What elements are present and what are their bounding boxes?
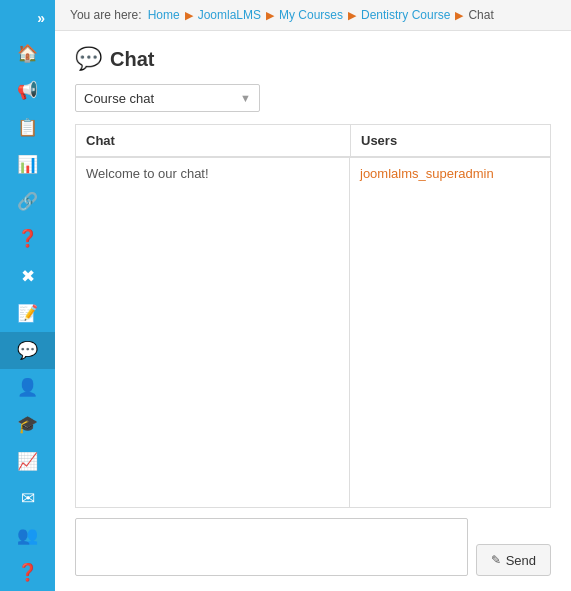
breadcrumb-label: You are here: xyxy=(70,8,142,22)
sidebar-item-diploma[interactable]: 🎓 xyxy=(0,406,55,443)
chat-messages-column: Welcome to our chat! xyxy=(76,158,350,507)
chat-table-header: Chat Users xyxy=(76,125,550,158)
page-content: 💬 Chat Course chat ▼ Chat Users Welcome xyxy=(55,31,571,591)
grades-icon: 📊 xyxy=(17,154,38,175)
sidebar-item-support[interactable]: ❓ xyxy=(0,554,55,591)
breadcrumb-joomlalms[interactable]: JoomlaLMS xyxy=(198,8,261,22)
sidebar-item-tools[interactable]: ✖ xyxy=(0,257,55,294)
breadcrumb-home[interactable]: Home xyxy=(148,8,180,22)
dropdown-row: Course chat ▼ xyxy=(75,84,551,112)
sidebar-item-profile[interactable]: 👤 xyxy=(0,369,55,406)
breadcrumb-dentistry[interactable]: Dentistry Course xyxy=(361,8,450,22)
home-icon: 🏠 xyxy=(17,43,38,64)
chat-users-column: joomlalms_superadmin xyxy=(350,158,550,507)
chat-icon: 💬 xyxy=(17,340,38,361)
breadcrumb-sep-4: ▶ xyxy=(455,9,463,22)
sidebar-item-links[interactable]: 🔗 xyxy=(0,183,55,220)
breadcrumb-sep-1: ▶ xyxy=(185,9,193,22)
tools-icon: ✖ xyxy=(21,266,35,287)
main-content: You are here: Home ▶ JoomlaLMS ▶ My Cour… xyxy=(55,0,571,591)
sidebar-item-home[interactable]: 🏠 xyxy=(0,35,55,72)
links-icon: 🔗 xyxy=(17,191,38,212)
chat-table-body: Welcome to our chat! joomlalms_superadmi… xyxy=(76,158,550,507)
breadcrumb: You are here: Home ▶ JoomlaLMS ▶ My Cour… xyxy=(55,0,571,31)
chat-message: Welcome to our chat! xyxy=(86,166,339,181)
sidebar-item-help[interactable]: ❓ xyxy=(0,220,55,257)
mail-icon: ✉ xyxy=(21,488,35,509)
breadcrumb-sep-3: ▶ xyxy=(348,9,356,22)
send-label: Send xyxy=(506,553,536,568)
message-input[interactable] xyxy=(75,518,468,576)
sidebar-item-mail[interactable]: ✉ xyxy=(0,480,55,517)
diploma-icon: 🎓 xyxy=(17,414,38,435)
sidebar-item-chat[interactable]: 💬 xyxy=(0,332,55,369)
send-button[interactable]: ✎ Send xyxy=(476,544,551,576)
users-column-header: Users xyxy=(350,125,550,156)
page-title: Chat xyxy=(110,48,154,71)
message-area: ✎ Send xyxy=(75,518,551,576)
sidebar-toggle-icon: » xyxy=(37,10,45,26)
chat-column-header: Chat xyxy=(76,125,350,156)
support-icon: ❓ xyxy=(17,562,38,583)
sidebar: » 🏠 📢 📋 📊 🔗 ❓ ✖ 📝 💬 👤 xyxy=(0,0,55,591)
breadcrumb-sep-2: ▶ xyxy=(266,9,274,22)
notes-icon: 📝 xyxy=(17,303,38,324)
announcements-icon: 📢 xyxy=(17,80,38,101)
page-title-row: 💬 Chat xyxy=(75,46,551,72)
chevron-down-icon: ▼ xyxy=(240,92,251,104)
breadcrumb-mycourses[interactable]: My Courses xyxy=(279,8,343,22)
sidebar-item-grades[interactable]: 📊 xyxy=(0,146,55,183)
users-icon: 👥 xyxy=(17,525,38,546)
sidebar-item-stats[interactable]: 📈 xyxy=(0,443,55,480)
chat-user: joomlalms_superadmin xyxy=(360,166,540,181)
chat-table: Chat Users Welcome to our chat! joomlalm… xyxy=(75,124,551,508)
sidebar-toggle[interactable]: » xyxy=(0,0,55,35)
stats-icon: 📈 xyxy=(17,451,38,472)
sidebar-item-users[interactable]: 👥 xyxy=(0,517,55,554)
send-icon: ✎ xyxy=(491,553,501,567)
chat-bubble-icon: 💬 xyxy=(75,46,102,72)
dropdown-selected: Course chat xyxy=(84,91,154,106)
breadcrumb-current: Chat xyxy=(468,8,493,22)
profile-icon: 👤 xyxy=(17,377,38,398)
sidebar-item-announcements[interactable]: 📢 xyxy=(0,72,55,109)
sidebar-item-courses[interactable]: 📋 xyxy=(0,109,55,146)
courses-icon: 📋 xyxy=(17,117,38,138)
course-chat-dropdown[interactable]: Course chat ▼ xyxy=(75,84,260,112)
help-icon: ❓ xyxy=(17,228,38,249)
sidebar-item-notes[interactable]: 📝 xyxy=(0,295,55,332)
